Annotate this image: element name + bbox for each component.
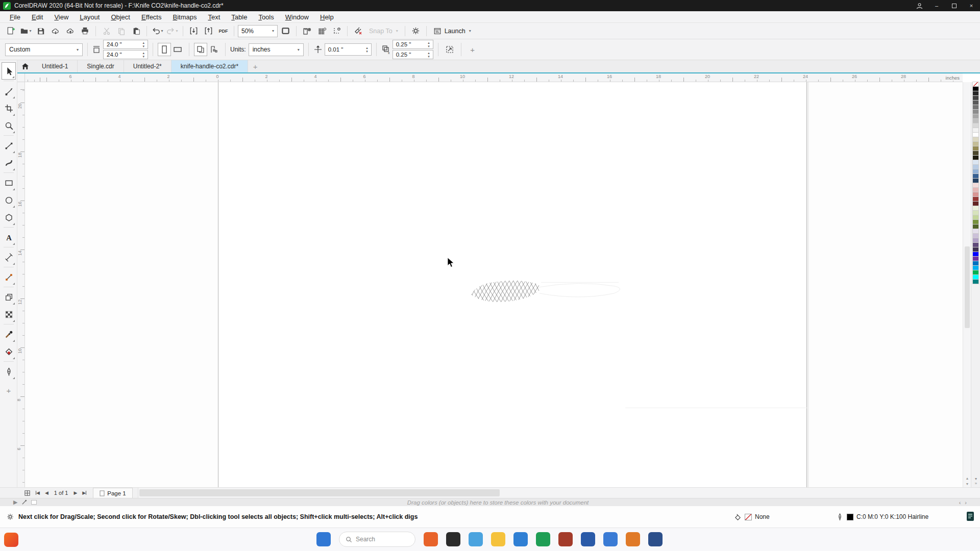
taskbar-corner-app-icon[interactable] <box>4 533 18 547</box>
portrait-orientation-button[interactable] <box>158 43 171 56</box>
shape-tool[interactable] <box>2 82 16 99</box>
zoom-level-combobox[interactable]: 50% ▾ <box>238 25 278 37</box>
menu-object[interactable]: Object <box>105 12 136 22</box>
document-info-icon[interactable] <box>966 511 975 523</box>
taskbar-app-8[interactable] <box>581 532 595 546</box>
snap-to-dropdown[interactable]: Snap To▾ <box>366 28 401 35</box>
first-page-button[interactable]: ◀ <box>33 490 42 495</box>
export-button[interactable] <box>202 24 215 38</box>
taskbar-app-firefox[interactable] <box>424 532 438 546</box>
taskbar-app-10[interactable] <box>626 532 640 546</box>
tray-empty-swatch[interactable] <box>31 500 37 505</box>
new-tab-button[interactable]: + <box>248 60 262 72</box>
launch-button[interactable]: Launch▾ <box>430 27 474 35</box>
document-tab-3[interactable]: Untitled-2* <box>124 60 172 72</box>
last-page-button[interactable]: ▶ <box>80 490 89 495</box>
taskbar-app-edge[interactable] <box>513 532 528 546</box>
taskbar-app-folder[interactable] <box>491 532 505 546</box>
scroll-down-arrow[interactable]: ▼ <box>963 482 971 486</box>
menu-bitmaps[interactable]: Bitmaps <box>167 12 202 22</box>
welcome-home-button[interactable] <box>17 60 33 72</box>
minimize-button[interactable]: – <box>928 0 945 11</box>
page-tab[interactable]: Page 1 <box>93 488 132 498</box>
tray-chevron-icon[interactable]: ▶ <box>13 499 17 506</box>
all-pages-settings-button[interactable] <box>207 43 220 56</box>
print-button[interactable] <box>78 24 92 38</box>
tray-eyedropper-icon[interactable] <box>21 499 27 505</box>
palette-swatch-43[interactable] <box>972 279 979 284</box>
next-page-button[interactable]: ▶ <box>71 490 80 495</box>
cloud-upload-button[interactable] <box>63 24 77 38</box>
menu-layout[interactable]: Layout <box>74 12 105 22</box>
add-tool-button[interactable]: + <box>7 386 11 395</box>
restore-button[interactable] <box>945 0 963 11</box>
freehand-tool[interactable] <box>2 137 16 154</box>
zoom-tool[interactable] <box>2 117 16 134</box>
taskbar-app-9[interactable] <box>603 532 618 546</box>
page-size-preset-combobox[interactable]: Custom▾ <box>5 43 83 56</box>
nudge-distance-field[interactable]: 0.01 " ▴▾ <box>325 43 372 56</box>
landscape-orientation-button[interactable] <box>171 43 184 56</box>
tray-scroll-left-icon[interactable]: ‹ <box>959 499 961 506</box>
smart-fill-tool[interactable] <box>2 343 16 360</box>
menu-effects[interactable]: Effects <box>136 12 167 22</box>
taskbar-app-2[interactable] <box>446 532 460 546</box>
previous-page-button[interactable]: ◀ <box>42 490 51 495</box>
menu-view[interactable]: View <box>48 12 74 22</box>
menu-help[interactable]: Help <box>314 12 339 22</box>
menu-tools[interactable]: Tools <box>253 12 279 22</box>
fill-status-chip[interactable]: None <box>734 506 770 528</box>
duplicate-x-field[interactable]: 0.25 " ▴▾ <box>393 40 433 49</box>
vertical-scrollbar-thumb[interactable] <box>965 246 970 328</box>
pick-tool[interactable] <box>2 62 16 80</box>
taskbar-app-excel[interactable] <box>536 532 550 546</box>
show-guidelines-button[interactable] <box>330 24 344 38</box>
save-button[interactable] <box>34 24 47 38</box>
eyedropper-tool[interactable] <box>2 325 16 343</box>
new-document-button[interactable] <box>4 24 18 38</box>
close-button[interactable]: × <box>963 0 980 11</box>
cloud-download-button[interactable] <box>48 24 62 38</box>
taskbar-app-11[interactable] <box>648 532 663 546</box>
page-sorter-icon[interactable] <box>21 490 33 496</box>
open-button[interactable]: ▾ <box>19 24 33 38</box>
rectangle-tool[interactable] <box>2 174 16 191</box>
scroll-up-arrow[interactable]: ▲ <box>963 477 971 480</box>
status-gear-icon[interactable] <box>6 513 14 521</box>
taskbar-search-input[interactable]: Search <box>339 532 415 547</box>
undo-button[interactable]: ▾ <box>151 24 164 38</box>
current-page-settings-button[interactable] <box>194 43 207 56</box>
text-tool[interactable]: A <box>2 229 16 246</box>
horizontal-scrollbar[interactable] <box>138 488 980 498</box>
horizontal-ruler[interactable]: inches 6420246810121416182022242628 <box>25 73 963 82</box>
duplicate-y-field[interactable]: 0.25 " ▴▾ <box>393 50 433 59</box>
interactive-fill-tool[interactable] <box>2 363 16 380</box>
import-button[interactable] <box>187 24 201 38</box>
vertical-scrollbar[interactable]: ▲ ▼ <box>963 82 971 487</box>
menu-text[interactable]: Text <box>202 12 226 22</box>
transparency-tool[interactable] <box>2 306 16 323</box>
menu-file[interactable]: File <box>4 12 26 22</box>
show-grid-button[interactable] <box>315 24 329 38</box>
publish-pdf-button[interactable]: PDF <box>216 24 230 38</box>
show-rulers-button[interactable] <box>300 24 314 38</box>
snap-off-button[interactable] <box>351 24 365 38</box>
ruler-corner[interactable] <box>17 73 25 82</box>
drawing-canvas[interactable] <box>25 82 963 487</box>
ellipse-tool[interactable] <box>2 191 16 209</box>
treat-as-filled-button[interactable] <box>443 43 456 56</box>
units-combobox[interactable]: inches▾ <box>249 43 304 56</box>
fullscreen-preview-button[interactable] <box>279 24 292 38</box>
palette-expand-icon[interactable]: ▾» <box>971 477 980 486</box>
customize-plus-button[interactable]: + <box>466 43 479 56</box>
knife-handle-crosshatch-object[interactable] <box>467 278 635 305</box>
account-icon[interactable] <box>911 0 928 11</box>
options-gear-button[interactable] <box>409 24 423 38</box>
page-width-field[interactable]: 24.0 " ▴▾ <box>103 40 148 49</box>
horizontal-scrollbar-thumb[interactable] <box>139 489 500 496</box>
paste-button[interactable] <box>129 24 143 38</box>
tray-scroll-right-icon[interactable]: › <box>965 499 967 506</box>
document-tab-4[interactable]: knife-handle-co2.cdr* <box>172 60 248 72</box>
menu-window[interactable]: Window <box>280 12 314 22</box>
document-tab-1[interactable]: Untitled-1 <box>33 60 78 72</box>
